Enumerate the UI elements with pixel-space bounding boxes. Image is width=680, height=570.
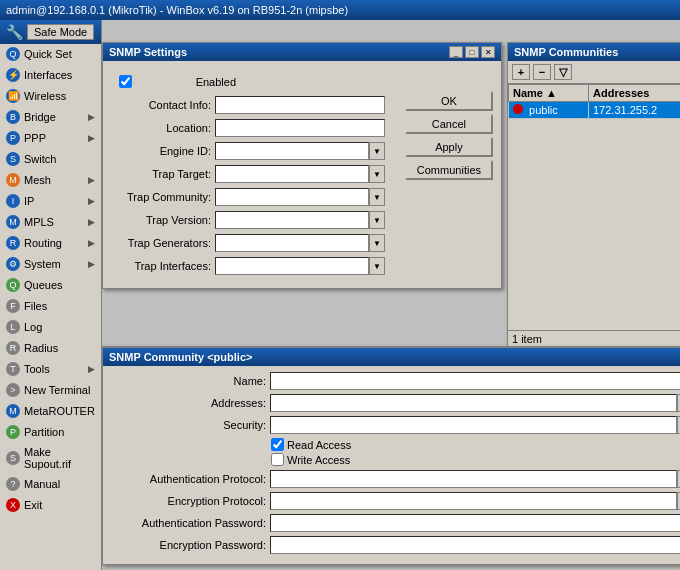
detail-enc-password-input[interactable] <box>270 536 680 554</box>
sidebar-item-files[interactable]: F Files <box>0 296 101 317</box>
trap-interfaces-input[interactable] <box>215 257 369 275</box>
snmp-settings-apply-button[interactable]: Apply <box>405 137 493 157</box>
location-input[interactable]: brazil <box>215 119 385 137</box>
sidebar-item-make-supout[interactable]: S Make Supout.rif <box>0 443 101 474</box>
detail-access-row: Read Access Write Access <box>271 438 680 466</box>
trap-generators-input[interactable] <box>215 234 369 252</box>
detail-addresses-input[interactable]: 172.31.255.2 <box>270 394 677 412</box>
sidebar-item-log[interactable]: L Log <box>0 317 101 338</box>
sidebar-label-manual: Manual <box>24 478 60 490</box>
sidebar-item-ip[interactable]: I IP ▶ <box>0 191 101 212</box>
detail-auth-protocol-label: Authentication Protocol: <box>111 473 266 485</box>
trap-target-input[interactable] <box>215 165 369 183</box>
sidebar-item-new-terminal[interactable]: > New Terminal <box>0 380 101 401</box>
snmp-settings-dialog: SNMP Settings _ □ ✕ OK Cancel Apply Comm… <box>102 42 502 289</box>
sidebar-label-radius: Radius <box>24 342 58 354</box>
col-name-header: Name ▲ <box>509 85 589 102</box>
snmp-settings-body: OK Cancel Apply Communities Enabled Cont… <box>103 61 501 288</box>
manual-icon: ? <box>6 477 20 491</box>
snmp-communities-title: SNMP Communities <box>514 46 618 58</box>
detail-enc-protocol-input[interactable]: DES <box>270 492 677 510</box>
sidebar-item-system[interactable]: ⚙ System ▶ <box>0 254 101 275</box>
snmp-settings-maximize[interactable]: □ <box>465 46 479 58</box>
detail-auth-password-input[interactable] <box>270 514 680 532</box>
routing-icon: R <box>6 236 20 250</box>
mpls-icon: M <box>6 215 20 229</box>
sidebar-item-manual[interactable]: ? Manual <box>0 474 101 495</box>
snmp-settings-close[interactable]: ✕ <box>481 46 495 58</box>
remove-community-button[interactable]: − <box>533 64 551 80</box>
snmp-communities-titlebar: SNMP Communities ✕ <box>508 43 680 61</box>
trap-version-arrow[interactable]: ▼ <box>369 211 385 229</box>
trap-interfaces-arrow[interactable]: ▼ <box>369 257 385 275</box>
add-community-button[interactable]: + <box>512 64 530 80</box>
sidebar-item-mpls[interactable]: M MPLS ▶ <box>0 212 101 233</box>
engine-id-input[interactable] <box>215 142 369 160</box>
sidebar-label-partition: Partition <box>24 426 64 438</box>
write-access-checkbox[interactable] <box>271 453 284 466</box>
trap-community-arrow[interactable]: ▼ <box>369 188 385 206</box>
snmp-settings-cancel-button[interactable]: Cancel <box>405 114 493 134</box>
community-detail-title: SNMP Community <public> <box>109 351 252 363</box>
safe-mode-button[interactable]: Safe Mode <box>27 24 94 40</box>
trap-version-label: Trap Version: <box>111 214 211 226</box>
sidebar-item-exit[interactable]: X Exit <box>0 495 101 516</box>
trap-target-arrow[interactable]: ▼ <box>369 165 385 183</box>
detail-name-label: Name: <box>111 375 266 387</box>
filter-community-button[interactable]: ▽ <box>554 64 572 80</box>
sidebar-item-mesh[interactable]: M Mesh ▶ <box>0 170 101 191</box>
location-label: Location: <box>111 122 211 134</box>
trap-community-input[interactable]: public <box>215 188 369 206</box>
system-arrow: ▶ <box>88 259 95 269</box>
engine-id-arrow[interactable]: ▼ <box>369 142 385 160</box>
trap-target-label: Trap Target: <box>111 168 211 180</box>
sidebar-item-quick-set[interactable]: Q Quick Set <box>0 44 101 65</box>
sidebar-item-wireless[interactable]: 📶 Wireless <box>0 86 101 107</box>
system-icon: ⚙ <box>6 257 20 271</box>
trap-version-input[interactable]: 1 <box>215 211 369 229</box>
ppp-arrow: ▶ <box>88 133 95 143</box>
sidebar-label-metarouter: MetaROUTER <box>24 405 95 417</box>
communities-status-bar: 1 item <box>508 330 680 347</box>
detail-auth-protocol-dropdown: MD5 ▼ <box>270 470 680 488</box>
sidebar-item-tools[interactable]: T Tools ▶ <box>0 359 101 380</box>
queues-icon: Q <box>6 278 20 292</box>
sidebar-item-routing[interactable]: R Routing ▶ <box>0 233 101 254</box>
enabled-row: Enabled <box>119 75 493 88</box>
sidebar-label-wireless: Wireless <box>24 90 66 102</box>
detail-security-input[interactable]: none <box>270 416 677 434</box>
sidebar-item-bridge[interactable]: B Bridge ▶ <box>0 107 101 128</box>
mesh-icon: M <box>6 173 20 187</box>
sidebar-item-metarouter[interactable]: M MetaROUTER <box>0 401 101 422</box>
detail-auth-protocol-input[interactable]: MD5 <box>270 470 677 488</box>
community-row[interactable]: public 172.31.255.2 none <box>509 102 681 119</box>
enabled-checkbox[interactable] <box>119 75 132 88</box>
contact-info-input[interactable]: suporte@mk-auth.com.br <box>215 96 385 114</box>
sidebar-item-ppp[interactable]: P PPP ▶ <box>0 128 101 149</box>
sidebar-label-mesh: Mesh <box>24 174 51 186</box>
title-text: admin@192.168.0.1 (MikroTik) - WinBox v6… <box>6 4 348 16</box>
sidebar-item-switch[interactable]: S Switch <box>0 149 101 170</box>
detail-auth-password-label: Authentication Password: <box>111 517 266 529</box>
detail-security-dropdown: none ▼ <box>270 416 680 434</box>
sidebar-item-interfaces[interactable]: ⚡ Interfaces <box>0 65 101 86</box>
snmp-settings-minimize[interactable]: _ <box>449 46 463 58</box>
community-name-cell: public <box>509 102 589 119</box>
read-access-checkbox[interactable] <box>271 438 284 451</box>
sidebar-label-ppp: PPP <box>24 132 46 144</box>
communities-table: Name ▲ Addresses Security public 172.31.… <box>508 84 680 119</box>
files-icon: F <box>6 299 20 313</box>
detail-name-input[interactable]: public <box>270 372 680 390</box>
sidebar-label-tools: Tools <box>24 363 50 375</box>
snmp-settings-communities-button[interactable]: Communities <box>405 160 493 180</box>
sidebar-label-new-terminal: New Terminal <box>24 384 90 396</box>
tools-arrow: ▶ <box>88 364 95 374</box>
sidebar-item-partition[interactable]: P Partition <box>0 422 101 443</box>
trap-generators-arrow[interactable]: ▼ <box>369 234 385 252</box>
snmp-settings-ok-button[interactable]: OK <box>405 91 493 111</box>
terminal-icon: > <box>6 383 20 397</box>
sidebar-item-queues[interactable]: Q Queues <box>0 275 101 296</box>
sidebar-label-routing: Routing <box>24 237 62 249</box>
sidebar-label-queues: Queues <box>24 279 63 291</box>
sidebar-item-radius[interactable]: R Radius <box>0 338 101 359</box>
